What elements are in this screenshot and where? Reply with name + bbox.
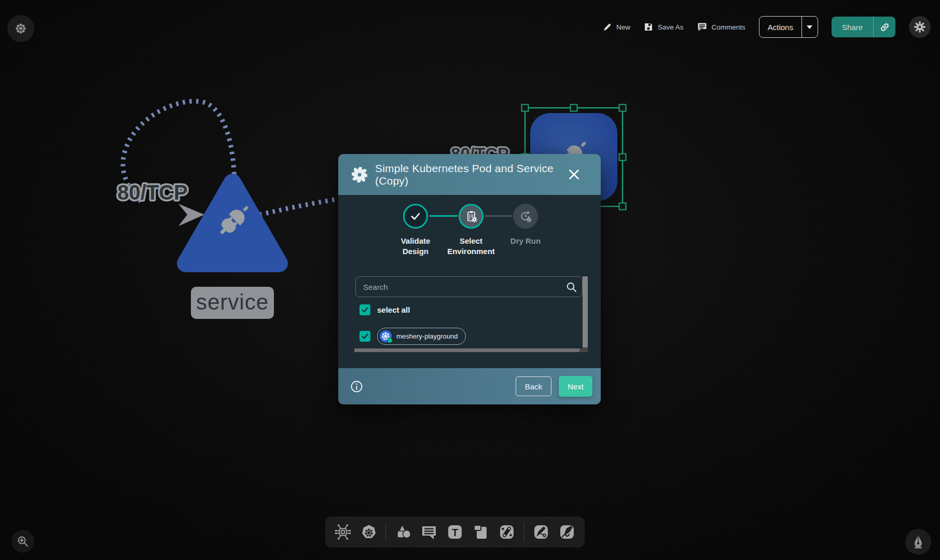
service-node[interactable] [186,183,279,263]
step-label-validate-design: Validate Design [384,236,447,256]
environment-name: meshery-playground [396,332,458,340]
search-input[interactable] [356,283,566,291]
next-button[interactable]: Next [559,376,592,397]
vertical-scrollbar[interactable] [583,276,588,347]
step-select-environment[interactable] [459,204,483,229]
search-icon[interactable] [566,282,577,292]
service-node-label: service [191,287,274,319]
select-all-row: select all [360,304,410,315]
info-button[interactable] [351,381,363,393]
scrollbar-corner [583,347,588,352]
modal-footer: Back Next [338,368,601,404]
select-all-checkbox[interactable] [360,304,370,315]
back-button[interactable]: Back [516,376,551,396]
edge-label-left: 80/TCP [117,181,188,204]
step-label-select-environment: Select Environment [440,236,502,256]
environment-chip[interactable]: meshery-playground [377,328,466,345]
step-label-dry-run: Dry Run [494,236,557,246]
horizontal-scrollbar[interactable] [354,348,585,352]
svg-text:service: service [196,290,269,314]
checkmark-icon [361,306,369,314]
checkmark-icon [361,332,369,340]
step-connector-pending [485,215,512,217]
modal-title: Simple Kubernetes Pod and Service (Copy) [375,162,559,187]
close-button[interactable] [566,167,581,182]
environment-search [355,276,583,297]
dry-run-icon [519,209,533,223]
step-validate-design[interactable] [403,204,428,229]
clipboard-gear-icon [464,209,478,223]
info-icon [351,381,363,393]
connection-status-dot [387,338,393,343]
environment-checkbox[interactable] [360,331,370,342]
deploy-modal: Simple Kubernetes Pod and Service (Copy) [338,154,601,404]
environment-row: meshery-playground [360,328,466,345]
step-dry-run[interactable] [513,204,538,229]
step-connector-done [430,215,458,217]
meshery-logo-icon [352,167,367,183]
modal-header: Simple Kubernetes Pod and Service (Copy) [338,154,601,195]
close-icon [569,169,579,180]
select-all-label: select all [377,305,410,314]
check-icon [409,209,422,223]
